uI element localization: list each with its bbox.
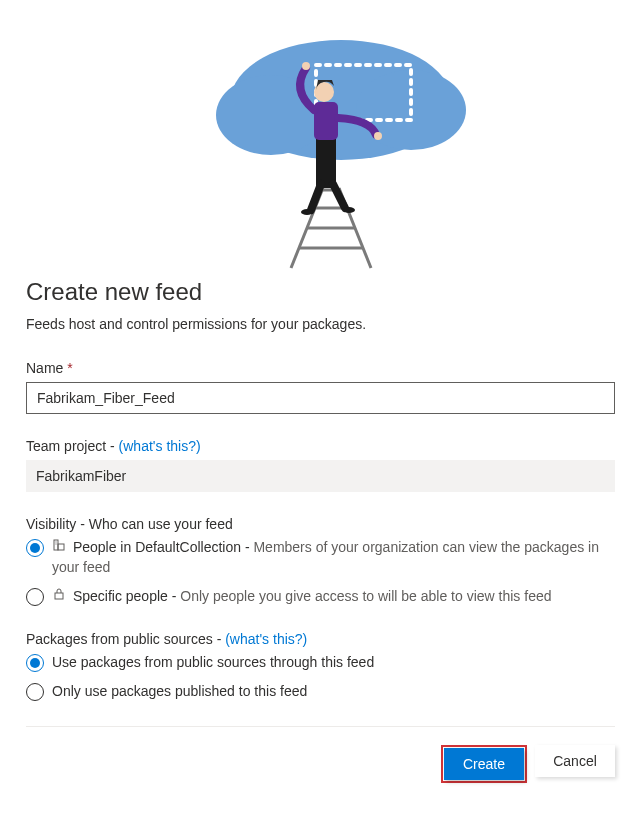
radio-public-only[interactable] <box>26 683 44 701</box>
team-project-value: FabrikamFiber <box>36 468 126 484</box>
create-button[interactable]: Create <box>444 748 524 780</box>
person-cloud-illustration <box>141 10 501 270</box>
public-sources-label: Packages from public sources - (what's t… <box>26 631 615 647</box>
required-asterisk: * <box>67 360 72 376</box>
svg-line-16 <box>333 184 345 208</box>
public-sources-option-use[interactable]: Use packages from public sources through… <box>26 653 615 673</box>
svg-rect-22 <box>56 543 57 544</box>
svg-rect-20 <box>58 544 64 550</box>
visibility-block: Visibility - Who can use your feed Peopl… <box>26 516 615 607</box>
page-subtitle: Feeds host and control permissions for y… <box>26 316 615 332</box>
public-sources-block: Packages from public sources - (what's t… <box>26 631 615 702</box>
dialog-footer: Create Cancel <box>26 745 615 783</box>
team-project-label: Team project - (what's this?) <box>26 438 615 454</box>
public-sources-option-only[interactable]: Only use packages published to this feed <box>26 682 615 702</box>
create-button-highlight: Create <box>441 745 527 783</box>
cancel-button[interactable]: Cancel <box>535 745 615 777</box>
visibility-specific-desc: Only people you give access to will be a… <box>180 588 551 604</box>
team-project-help-link[interactable]: (what's this?) <box>119 438 201 454</box>
team-project-block: Team project - (what's this?) FabrikamFi… <box>26 438 615 492</box>
name-label: Name * <box>26 360 615 376</box>
svg-point-13 <box>302 62 310 70</box>
page-title: Create new feed <box>26 278 615 306</box>
visibility-option-collection[interactable]: People in DefaultCollection - Members of… <box>26 538 615 577</box>
visibility-specific-prefix: Specific people - <box>73 588 180 604</box>
name-label-text: Name <box>26 360 63 376</box>
organization-icon <box>52 538 66 558</box>
public-only-label: Only use packages published to this feed <box>52 682 615 702</box>
lock-icon <box>52 587 66 607</box>
name-input[interactable] <box>26 382 615 414</box>
svg-point-1 <box>216 75 326 155</box>
team-project-readonly: FabrikamFiber <box>26 460 615 492</box>
svg-point-17 <box>301 209 313 215</box>
visibility-option-specific[interactable]: Specific people - Only people you give a… <box>26 587 615 607</box>
visibility-label: Visibility - Who can use your feed <box>26 516 615 532</box>
team-project-label-text: Team project - <box>26 438 119 454</box>
public-sources-help-link[interactable]: (what's this?) <box>225 631 307 647</box>
cloud-illustration <box>26 0 615 270</box>
name-field-block: Name * <box>26 360 615 414</box>
public-sources-label-text: Packages from public sources - <box>26 631 225 647</box>
public-use-label: Use packages from public sources through… <box>52 653 615 673</box>
visibility-collection-prefix: People in DefaultCollection - <box>73 539 254 555</box>
svg-rect-21 <box>56 541 57 542</box>
svg-point-14 <box>374 132 382 140</box>
radio-visibility-collection[interactable] <box>26 539 44 557</box>
svg-point-18 <box>343 207 355 213</box>
svg-rect-23 <box>55 593 63 599</box>
radio-public-use[interactable] <box>26 654 44 672</box>
svg-rect-11 <box>314 102 338 140</box>
svg-line-15 <box>311 184 321 210</box>
radio-visibility-specific[interactable] <box>26 588 44 606</box>
footer-separator <box>26 726 615 727</box>
